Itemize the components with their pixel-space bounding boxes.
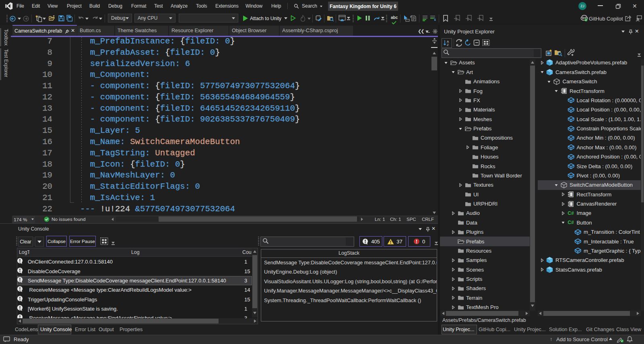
svg-text:Z: Z <box>447 43 449 47</box>
